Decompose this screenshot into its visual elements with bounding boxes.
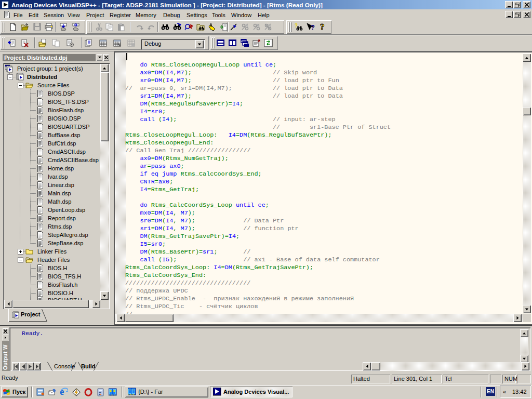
svg-text:?: ? xyxy=(320,22,325,30)
svg-text:?: ? xyxy=(295,23,298,29)
svg-text:?: ? xyxy=(311,23,315,31)
